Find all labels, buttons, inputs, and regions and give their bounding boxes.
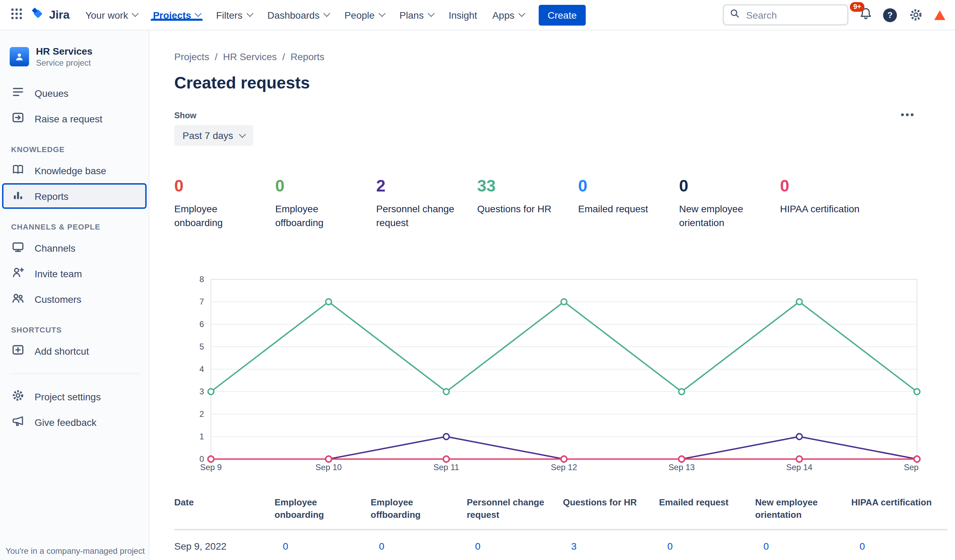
stat-label: Emailed request (578, 203, 662, 216)
sidebar-item-customers[interactable]: Customers (0, 286, 149, 312)
sidebar-item-label: Channels (34, 242, 75, 253)
nav-apps[interactable]: Apps (485, 9, 532, 20)
nav-projects[interactable]: Projects (145, 9, 208, 20)
sidebar-item-label: Give feedback (34, 416, 97, 428)
count-link[interactable]: 0 (475, 541, 481, 552)
chevron-down-icon (132, 10, 139, 17)
breadcrumb-projects[interactable]: Projects (174, 51, 209, 62)
stat-hipaa-certification: 0 HIPAA certification (780, 176, 881, 230)
count-link[interactable]: 3 (571, 541, 577, 552)
col-new-employee-orientation: New employee orientation (755, 496, 851, 530)
svg-text:7: 7 (199, 297, 204, 306)
sidebar-item-label: Reports (34, 191, 69, 202)
sidebar-item-label: Customers (34, 294, 81, 305)
stat-label: Employee onboarding (174, 203, 258, 230)
chevron-down-icon (195, 10, 202, 17)
nav-filters[interactable]: Filters (208, 9, 260, 20)
sidebar-item-channels[interactable]: Channels (0, 235, 149, 261)
stat-value: 0 (578, 176, 662, 196)
col-date: Date (174, 496, 274, 530)
chevron-down-icon (378, 10, 385, 17)
sidebar-item-label: Project settings (34, 391, 101, 402)
count-link[interactable]: 0 (667, 541, 673, 552)
chevron-down-icon (428, 10, 435, 17)
brand-name: Jira (49, 8, 69, 22)
count-link[interactable]: 0 (764, 541, 769, 552)
created-requests-line-chart: 012345678Sep 9Sep 10Sep 11Sep 12Sep 13Se… (174, 268, 955, 473)
sidebar-item-invite-team[interactable]: Invite team (0, 261, 149, 286)
sidebar-item-label: Raise a request (34, 113, 102, 124)
sidebar-item-give-feedback[interactable]: Give feedback (0, 409, 149, 435)
sidebar-section-shortcuts: SHORTCUTS (0, 325, 149, 334)
chevron-down-icon (323, 10, 330, 17)
stat-emailed-request: 0 Emailed request (578, 176, 679, 230)
more-actions-button[interactable] (898, 108, 916, 122)
stat-value: 0 (275, 176, 360, 196)
sidebar-divider (10, 373, 139, 374)
stat-personnel-change-request: 2 Personnel change request (376, 176, 477, 230)
project-managed-note: You're in a company-managed project (6, 546, 145, 556)
nav-insight[interactable]: Insight (441, 9, 485, 20)
sidebar-item-queues[interactable]: Queues (0, 80, 149, 106)
project-type: Service project (36, 58, 92, 68)
created-requests-table: Date Employee onboarding Employee offboa… (174, 496, 947, 560)
svg-text:4: 4 (199, 364, 204, 374)
primary-nav: Your work Projects Filters Dashboards Pe… (78, 9, 532, 20)
count-link[interactable]: 0 (860, 541, 865, 552)
svg-text:6: 6 (199, 319, 204, 329)
stat-employee-onboarding: 0 Employee onboarding (174, 176, 275, 230)
book-icon (11, 163, 25, 178)
nav-your-work[interactable]: Your work (78, 9, 146, 20)
nav-dashboards[interactable]: Dashboards (260, 9, 337, 20)
show-label: Show (174, 111, 955, 120)
queues-icon (11, 85, 25, 101)
stat-label: New employee orientation (679, 203, 764, 230)
nav-people[interactable]: People (337, 9, 392, 20)
help-icon[interactable]: ? (883, 8, 897, 22)
sidebar-item-raise-a-request[interactable]: Raise a request (0, 106, 149, 131)
svg-text:Sep 13: Sep 13 (668, 463, 695, 472)
sidebar-item-label: Knowledge base (34, 165, 106, 176)
grid-icon (10, 7, 23, 23)
breadcrumb-reports[interactable]: Reports (290, 51, 324, 62)
search-input[interactable] (746, 9, 842, 20)
sidebar-item-label: Invite team (34, 268, 82, 279)
breadcrumb-hr-services[interactable]: HR Services (223, 51, 277, 62)
raise-request-icon (11, 111, 25, 127)
stat-value: 0 (679, 176, 764, 196)
notifications-button[interactable]: 9+ (859, 6, 873, 23)
project-header[interactable]: HR Services Service project (0, 45, 149, 68)
jira-mark-icon (30, 6, 45, 24)
app-switcher-button[interactable] (6, 4, 28, 26)
chevron-down-icon (246, 10, 253, 17)
global-search[interactable] (723, 4, 849, 26)
create-button[interactable]: Create (539, 5, 586, 25)
stat-value: 0 (780, 176, 864, 196)
jira-logo[interactable]: Jira (28, 6, 78, 24)
svg-text:1: 1 (199, 432, 204, 441)
col-questions-for-hr: Questions for HR (563, 496, 659, 530)
stat-value: 2 (376, 176, 460, 196)
col-employee-offboarding: Employee offboarding (371, 496, 467, 530)
sidebar-item-add-shortcut[interactable]: Add shortcut (0, 338, 149, 364)
sidebar-item-knowledge-base[interactable]: Knowledge base (0, 158, 149, 183)
sidebar-item-project-settings[interactable]: Project settings (0, 384, 149, 409)
stat-value: 0 (174, 176, 258, 196)
nav-plans[interactable]: Plans (392, 9, 441, 20)
search-icon (730, 8, 741, 22)
svg-text:Sep 14: Sep 14 (786, 463, 813, 472)
count-link[interactable]: 0 (283, 541, 288, 552)
atlassian-triangle-avatar-icon[interactable] (934, 10, 945, 20)
stat-label: Employee offboarding (275, 203, 360, 230)
date-range-dropdown[interactable]: Past 7 days (174, 125, 253, 146)
project-sidebar: HR Services Service project Queues (0, 30, 149, 560)
add-shortcut-icon (11, 343, 25, 359)
monitor-icon (11, 240, 25, 256)
svg-text:0: 0 (199, 454, 204, 463)
sidebar-item-reports[interactable]: Reports (2, 183, 147, 209)
stat-employee-offboarding: 0 Employee offboarding (275, 176, 376, 230)
col-employee-onboarding: Employee onboarding (274, 496, 371, 530)
settings-gear-icon[interactable] (907, 6, 924, 23)
col-personnel-change-request: Personnel change request (467, 496, 563, 530)
count-link[interactable]: 0 (379, 541, 385, 552)
